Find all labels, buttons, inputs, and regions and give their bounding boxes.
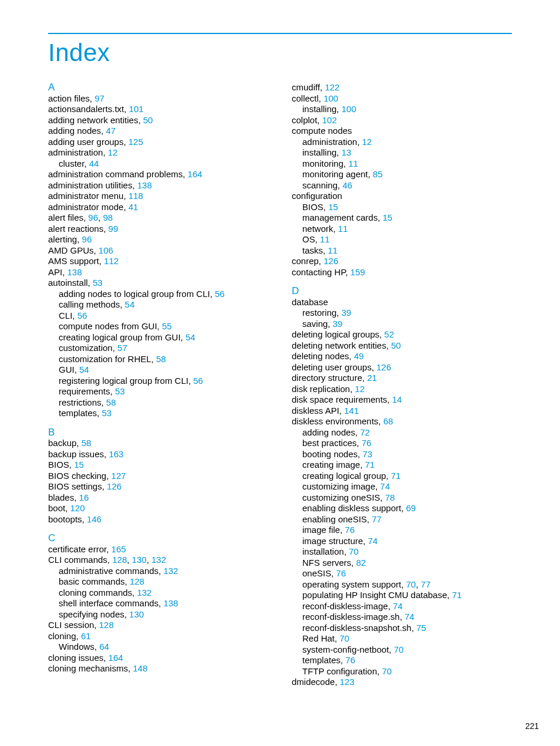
page-ref[interactable]: 56: [215, 289, 225, 299]
page-ref[interactable]: 70: [394, 644, 404, 654]
page-ref[interactable]: 100: [342, 104, 356, 114]
page-ref[interactable]: 76: [345, 655, 355, 665]
page-ref[interactable]: 128: [112, 555, 127, 565]
page-ref[interactable]: 56: [193, 376, 203, 386]
page-ref[interactable]: 97: [95, 93, 104, 103]
page-ref[interactable]: 57: [117, 343, 127, 353]
page-ref[interactable]: 125: [129, 137, 143, 147]
page-ref[interactable]: 11: [328, 245, 338, 255]
page-ref[interactable]: 70: [339, 633, 349, 643]
page-ref[interactable]: 96: [88, 212, 98, 222]
page-ref[interactable]: 82: [356, 558, 366, 568]
page-ref[interactable]: 146: [87, 514, 102, 524]
page-ref[interactable]: 132: [137, 588, 151, 598]
page-ref[interactable]: 96: [82, 234, 92, 244]
page-ref[interactable]: 16: [79, 492, 89, 502]
page-ref[interactable]: 15: [328, 202, 338, 212]
page-ref[interactable]: 70: [382, 666, 392, 676]
page-ref[interactable]: 54: [125, 299, 135, 309]
page-ref[interactable]: 132: [151, 555, 166, 565]
page-ref[interactable]: 164: [109, 653, 123, 663]
page-ref[interactable]: 54: [79, 364, 89, 374]
page-ref[interactable]: 126: [376, 362, 391, 372]
page-ref[interactable]: 58: [156, 354, 166, 364]
page-ref[interactable]: 70: [406, 579, 416, 589]
page-ref[interactable]: 159: [350, 267, 365, 277]
page-ref[interactable]: 21: [367, 373, 377, 383]
page-ref[interactable]: 12: [355, 384, 365, 394]
page-ref[interactable]: 39: [333, 319, 343, 329]
page-ref[interactable]: 50: [143, 115, 153, 125]
page-ref[interactable]: 71: [365, 460, 375, 470]
page-ref[interactable]: 47: [106, 126, 116, 136]
page-ref[interactable]: 98: [103, 212, 113, 222]
page-ref[interactable]: 58: [106, 397, 116, 407]
page-ref[interactable]: 70: [349, 546, 359, 556]
page-ref[interactable]: 126: [107, 481, 122, 491]
page-ref[interactable]: 99: [109, 224, 119, 234]
page-ref[interactable]: 11: [320, 234, 330, 244]
page-ref[interactable]: 68: [383, 416, 393, 426]
page-ref[interactable]: 74: [380, 481, 390, 491]
page-ref[interactable]: 126: [323, 256, 338, 266]
page-ref[interactable]: 12: [108, 147, 118, 157]
page-ref[interactable]: 74: [393, 601, 403, 611]
page-ref[interactable]: 138: [163, 598, 178, 608]
page-ref[interactable]: 69: [406, 503, 416, 513]
page-ref[interactable]: 44: [89, 158, 99, 168]
page-ref[interactable]: 130: [129, 609, 144, 619]
page-ref[interactable]: 164: [188, 169, 203, 179]
page-ref[interactable]: 39: [342, 308, 352, 318]
page-ref[interactable]: 15: [383, 212, 393, 222]
page-ref[interactable]: 72: [360, 427, 370, 437]
page-ref[interactable]: 56: [77, 310, 87, 320]
page-ref[interactable]: 74: [368, 536, 378, 546]
page-ref[interactable]: 53: [102, 408, 112, 418]
page-ref[interactable]: 76: [345, 525, 355, 535]
page-ref[interactable]: 52: [384, 329, 394, 339]
page-ref[interactable]: 102: [322, 115, 337, 125]
page-ref[interactable]: 71: [452, 590, 462, 600]
page-ref[interactable]: 54: [185, 332, 195, 342]
page-ref[interactable]: 15: [74, 460, 84, 470]
page-ref[interactable]: 138: [137, 180, 152, 190]
page-ref[interactable]: 118: [129, 191, 143, 201]
page-ref[interactable]: 50: [391, 340, 401, 350]
page-ref[interactable]: 55: [162, 321, 172, 331]
page-ref[interactable]: 61: [81, 631, 91, 641]
page-ref[interactable]: 78: [385, 492, 395, 502]
page-ref[interactable]: 71: [391, 471, 401, 481]
page-ref[interactable]: 12: [362, 137, 372, 147]
page-ref[interactable]: 13: [342, 147, 352, 157]
page-ref[interactable]: 64: [99, 642, 109, 652]
page-ref[interactable]: 49: [354, 351, 364, 361]
page-ref[interactable]: 128: [99, 620, 114, 630]
page-ref[interactable]: 14: [392, 394, 402, 404]
page-ref[interactable]: 101: [129, 104, 144, 114]
page-ref[interactable]: 123: [340, 677, 355, 687]
page-ref[interactable]: 141: [344, 406, 359, 416]
page-ref[interactable]: 138: [68, 267, 82, 277]
page-ref[interactable]: 120: [70, 503, 85, 513]
page-ref[interactable]: 58: [82, 438, 92, 448]
page-ref[interactable]: 73: [363, 449, 373, 459]
page-ref[interactable]: 41: [129, 202, 139, 212]
page-ref[interactable]: 128: [130, 576, 144, 586]
page-ref[interactable]: 100: [323, 93, 338, 103]
page-ref[interactable]: 132: [163, 566, 178, 576]
page-ref[interactable]: 76: [362, 438, 372, 448]
page-ref[interactable]: 85: [373, 169, 383, 179]
page-ref[interactable]: 112: [104, 256, 119, 266]
page-ref[interactable]: 130: [132, 555, 147, 565]
page-ref[interactable]: 127: [112, 471, 126, 481]
page-ref[interactable]: 11: [348, 158, 358, 168]
page-ref[interactable]: 148: [133, 663, 147, 673]
page-ref[interactable]: 77: [372, 514, 382, 524]
page-ref[interactable]: 122: [325, 82, 339, 92]
page-ref[interactable]: 77: [421, 579, 431, 589]
page-ref[interactable]: 75: [416, 623, 426, 633]
page-ref[interactable]: 53: [93, 278, 103, 288]
page-ref[interactable]: 11: [338, 224, 348, 234]
page-ref[interactable]: 53: [115, 386, 125, 396]
page-ref[interactable]: 74: [404, 612, 414, 622]
